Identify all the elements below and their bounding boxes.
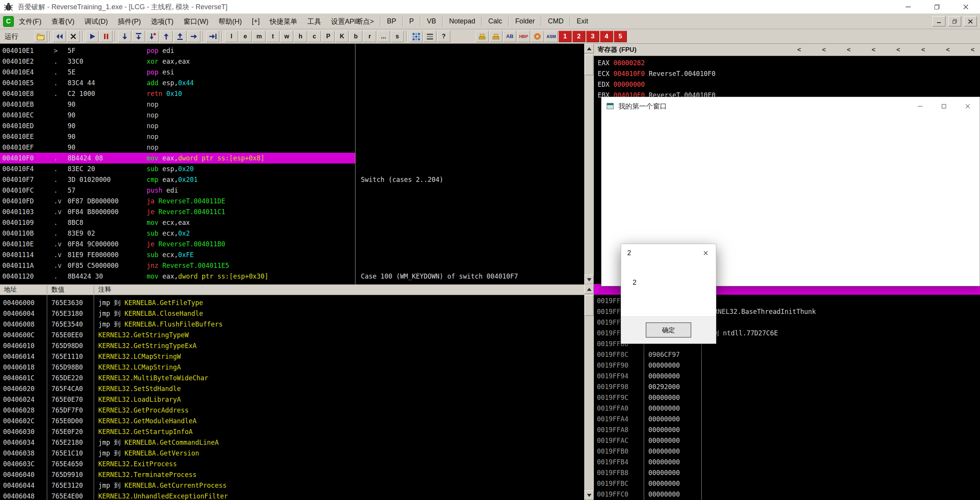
menu-item[interactable]: [+] <box>247 14 265 29</box>
menu-tool-exit[interactable]: Exit <box>572 14 593 29</box>
animate-over-button[interactable] <box>160 31 173 42</box>
pause-button[interactable] <box>99 31 112 42</box>
minimize-icon[interactable] <box>894 0 922 13</box>
animate-into-button[interactable] <box>146 31 159 42</box>
disasm-row[interactable]: 004010E2.33C0xor eax,eax <box>0 56 584 67</box>
run-to-user-code-button[interactable] <box>206 31 219 42</box>
dump-row[interactable]: 00406004765E3180jmp 到 KERNELBA.CloseHand… <box>0 308 584 319</box>
disasm-scrollbar[interactable] <box>584 44 594 284</box>
message-box-titlebar[interactable]: 2 <box>621 244 716 262</box>
stack-row[interactable]: 0019FF8C0906CF97 <box>594 349 980 360</box>
disasm-row[interactable]: 004010ED90nop <box>0 120 584 131</box>
dump-row[interactable]: 00406048765E4E00KERNEL32.UnhandledExcept… <box>0 491 584 500</box>
window-source-button[interactable]: s <box>391 31 404 42</box>
stack-row[interactable]: 0019FFB000000000 <box>594 446 980 457</box>
stack-row[interactable]: 0019FFA400000000 <box>594 414 980 424</box>
plugin-preset-3-button[interactable]: 3 <box>586 31 599 42</box>
run-button[interactable] <box>86 31 99 42</box>
open-file-button[interactable] <box>34 31 47 42</box>
register-row[interactable]: EDX 00000000 <box>598 79 645 90</box>
dump-row[interactable]: 00406018765D98B0KERNEL32.LCMapStringA <box>0 362 584 373</box>
menu-tool-vb[interactable]: VB <box>422 14 441 29</box>
step-over-button[interactable] <box>132 31 145 42</box>
disasm-row[interactable]: 004010E5.83C4 44add esp,0x44 <box>0 78 584 88</box>
window-windows-button[interactable]: w <box>280 31 293 42</box>
window-runtrace-button[interactable]: ... <box>377 31 390 42</box>
disasm-row[interactable]: 004010EC90nop <box>0 110 584 120</box>
stack-row[interactable]: 0019FF9C00000000 <box>594 392 980 403</box>
message-box[interactable]: 2 2 确定 <box>621 244 716 344</box>
stack-row[interactable]: 0019FFAC00000000 <box>594 435 980 446</box>
menu-item[interactable]: 选项(T) <box>146 14 178 29</box>
dump-row[interactable]: 00406000765E3630jmp 到 KERNELBA.GetFileTy… <box>0 297 584 308</box>
dump-row[interactable]: 00406044765E3120jmp 到 KERNELBA.GetCurren… <box>0 480 584 491</box>
disasm-row[interactable]: 004010EB90nop <box>0 99 584 110</box>
help-button[interactable]: ? <box>437 31 450 42</box>
chevron-left-icon[interactable]: < <box>946 46 950 54</box>
scroll-up-icon[interactable] <box>584 284 594 294</box>
scroll-down-icon[interactable] <box>584 275 594 284</box>
disasm-row[interactable]: 0040111A.v0F85 C5000000jnz ReverseT.0040… <box>0 260 584 271</box>
disasm-row[interactable]: 004010F7.3D 01020000cmp eax,0x201Switch … <box>0 174 584 185</box>
dump-row[interactable]: 0040602C765E0D00KERNEL32.GetModuleHandle… <box>0 416 584 426</box>
mdi-restore-icon[interactable] <box>948 16 961 26</box>
menu-item[interactable]: 调试(D) <box>79 14 113 29</box>
dump-row[interactable]: 00406040765D9910KERNEL32.TerminateProces… <box>0 469 584 480</box>
windows-list-button[interactable] <box>410 31 423 42</box>
plugin-preset-2-button[interactable]: 2 <box>572 31 585 42</box>
window-threads-button[interactable]: t <box>266 31 279 42</box>
disasm-row[interactable]: 00401109.8BC8mov ecx,eax <box>0 217 584 228</box>
disassembly-pane[interactable]: 004010E1>5Fpop edi004010E2.33C0xor eax,e… <box>0 44 584 284</box>
window-log-button[interactable]: l <box>225 31 238 42</box>
chevron-left-icon[interactable]: < <box>971 46 975 54</box>
plugin-asm-button[interactable]: ASM <box>545 31 558 42</box>
plugin-gold-1-button[interactable] <box>476 31 489 42</box>
stack-row[interactable]: 0019FFB800000000 <box>594 467 980 478</box>
maximize-icon[interactable] <box>932 97 956 116</box>
disasm-row[interactable]: 004010EE90nop <box>0 131 584 142</box>
disasm-row[interactable]: 004010FD.v0F87 DB000000ja ReverseT.00401… <box>0 196 584 206</box>
mdi-minimize-icon[interactable] <box>932 16 945 26</box>
window-handles-button[interactable]: h <box>294 31 307 42</box>
minimize-icon[interactable] <box>908 97 932 116</box>
dump-row[interactable]: 00406030765E0F20KERNEL32.GetStartupInfoA <box>0 426 584 437</box>
disasm-row[interactable]: 004010EF90nop <box>0 142 584 153</box>
disasm-row[interactable]: 00401114.v81E9 FE000000sub ecx,0xFE <box>0 249 584 260</box>
chevron-left-icon[interactable]: < <box>896 46 900 54</box>
child-window-titlebar[interactable]: 我的第一个窗口 <box>602 97 980 116</box>
window-memory-button[interactable]: m <box>253 31 266 42</box>
window-executables-button[interactable]: e <box>239 31 252 42</box>
dump-row[interactable]: 00406020765F4CA0KERNEL32.SetStdHandle <box>0 383 584 394</box>
dump-row[interactable]: 00406028765DF7F0KERNEL32.GetProcAddress <box>0 405 584 416</box>
menu-tool-p[interactable]: P <box>404 14 419 29</box>
disasm-row[interactable]: 00401103.v0F84 B8000000je ReverseT.00401… <box>0 206 584 217</box>
step-into-button[interactable] <box>118 31 131 42</box>
stack-row[interactable]: 0019FFC000000000 <box>594 489 980 500</box>
plugin-preset-5-button[interactable]: 5 <box>614 31 627 42</box>
menu-item[interactable]: 窗口(W) <box>178 14 213 29</box>
chevron-left-icon[interactable]: < <box>921 46 925 54</box>
menu-tool-notepad[interactable]: Notepad <box>444 14 480 29</box>
dump-row[interactable]: 0040603C765E4650KERNEL32.ExitProcess <box>0 459 584 469</box>
dump-row[interactable]: 0040601C765DE220KERNEL32.MultiByteToWide… <box>0 373 584 383</box>
menu-tool-calc[interactable]: Calc <box>483 14 507 29</box>
scroll-thumb[interactable] <box>585 295 593 316</box>
plugin-hbp-button[interactable]: HBP <box>517 31 530 42</box>
register-row[interactable]: ECX 004010F0 ReverseT.004010F0 <box>598 68 716 79</box>
dump-row[interactable]: 00406014765E1110KERNEL32.LCMapStringW <box>0 351 584 362</box>
goto-address-button[interactable] <box>187 31 200 42</box>
disasm-row[interactable]: 004010F4.83EC 20sub esp,0x20 <box>0 163 584 174</box>
disasm-row[interactable]: 004010E4.5Epop esi <box>0 67 584 78</box>
window-breakpoints-button[interactable]: b <box>349 31 362 42</box>
maximize-icon[interactable] <box>922 0 951 13</box>
dump-pane[interactable]: 00406000765E3630jmp 到 KERNELBA.GetFileTy… <box>0 295 584 500</box>
window-cpu-button[interactable]: c <box>308 31 321 42</box>
menu-tool-bp[interactable]: BP <box>382 14 401 29</box>
register-row[interactable]: EAX 00000282 <box>598 58 645 68</box>
restart-button[interactable] <box>53 31 66 42</box>
dump-row[interactable]: 00406024765E0E70KERNEL32.LoadLibraryA <box>0 394 584 405</box>
scroll-thumb[interactable] <box>585 54 593 75</box>
menu-tool-cmd[interactable]: CMD <box>543 14 568 29</box>
lcg-child-icon[interactable]: C <box>3 16 14 27</box>
disasm-row[interactable]: 0040110B.83E9 02sub ecx,0x2 <box>0 228 584 239</box>
